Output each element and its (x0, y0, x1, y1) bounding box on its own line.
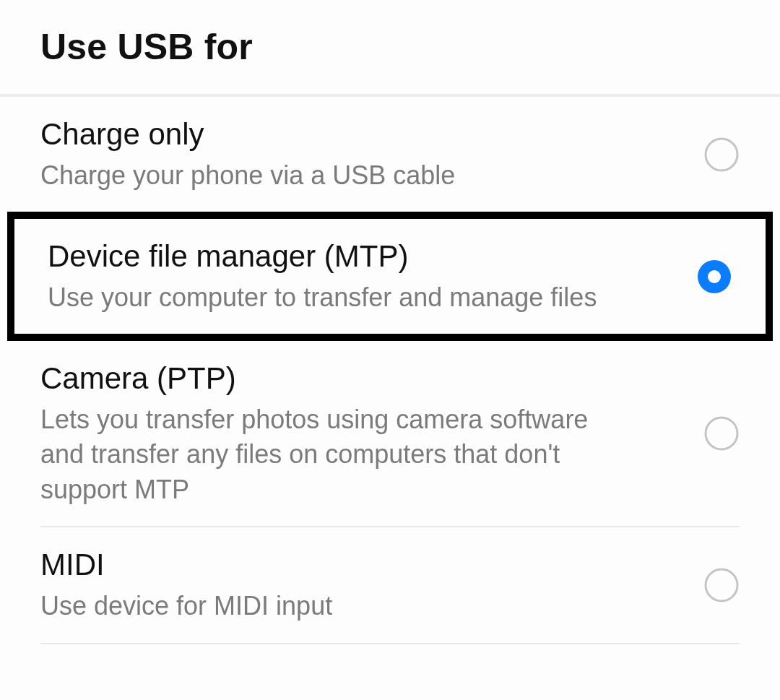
svg-point-0 (706, 139, 737, 170)
usb-options-list: Charge only Charge your phone via a USB … (0, 97, 780, 644)
header: Use USB for (0, 0, 780, 97)
option-ptp[interactable]: Camera (PTP) Lets you transfer photos us… (0, 341, 780, 526)
option-midi[interactable]: MIDI Use device for MIDI input (0, 527, 780, 642)
option-charge-only[interactable]: Charge only Charge your phone via a USB … (0, 97, 780, 212)
option-text: MIDI Use device for MIDI input (40, 546, 689, 623)
option-description: Charge your phone via a USB cable (40, 158, 633, 194)
radio-icon-selected[interactable] (696, 259, 732, 295)
svg-point-4 (706, 569, 737, 601)
option-description: Use your computer to transfer and manage… (48, 280, 640, 316)
radio-icon[interactable] (703, 415, 740, 451)
option-description: Use device for MIDI input (40, 589, 633, 624)
page-title: Use USB for (40, 26, 740, 68)
option-title: MIDI (40, 546, 689, 584)
option-text: Charge only Charge your phone via a USB … (40, 116, 689, 193)
option-text: Camera (PTP) Lets you transfer photos us… (40, 360, 689, 507)
option-description: Lets you transfer photos using camera so… (40, 402, 633, 508)
highlight-box: Device file manager (MTP) Use your compu… (7, 212, 773, 341)
option-title: Device file manager (MTP) (48, 238, 682, 276)
option-title: Charge only (40, 116, 689, 154)
option-title: Camera (PTP) (40, 360, 689, 398)
radio-icon[interactable] (703, 567, 740, 603)
divider (40, 643, 740, 644)
svg-point-3 (706, 418, 737, 449)
option-text: Device file manager (MTP) Use your compu… (48, 238, 682, 315)
option-mtp[interactable]: Device file manager (MTP) Use your compu… (14, 219, 766, 334)
svg-point-2 (708, 270, 721, 283)
radio-icon[interactable] (703, 137, 740, 173)
